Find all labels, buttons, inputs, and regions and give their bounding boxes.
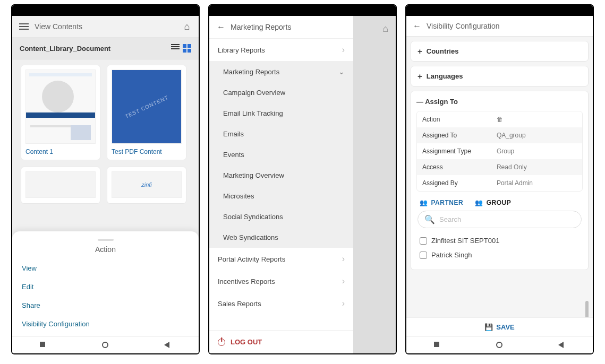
card-thumbnail: zinfi [112, 171, 182, 198]
accordion-assign-to: — Assign To Action🗑 Assigned ToQA_group … [411, 91, 589, 270]
row-label: Assigned To [417, 127, 491, 143]
nav-back[interactable] [558, 342, 566, 349]
row-label: Assignment Type [417, 143, 491, 159]
sheet-item-visibility[interactable]: Visibility Configuration [22, 315, 189, 333]
search-icon: 🔍 [424, 214, 435, 224]
android-navbar [406, 336, 593, 353]
nav-recent[interactable] [434, 342, 441, 349]
drawer-title: Marketing Reports [231, 23, 291, 31]
page-title: Visibility Configuration [421, 22, 586, 30]
content-body: Content_Library_Document Content 1 TEST … [12, 38, 199, 336]
header: Visibility Configuration [406, 16, 593, 37]
view-mode-toggle [171, 44, 191, 53]
cards-grid: Content 1 TEST CONTENT Test PDF Content … [12, 59, 199, 209]
sheet-item-edit[interactable]: Edit [22, 278, 189, 296]
menu-item-marketing-overview[interactable]: Marketing Overview [209, 165, 353, 186]
nav-recent[interactable] [40, 342, 47, 349]
list-item[interactable]: Zinfitest SIT SEPT001 [420, 233, 580, 248]
sheet-grabber[interactable] [98, 239, 114, 241]
drawer-body: Marketing Reports Library Reports Market… [209, 16, 396, 353]
phone-marketing-reports: Marketing Reports Library Reports Market… [208, 4, 397, 354]
checkbox[interactable] [420, 237, 427, 245]
section-title: Content_Library_Document [20, 45, 110, 53]
row-label: Assigned By [417, 175, 491, 191]
content-card[interactable] [21, 167, 100, 204]
assign-to-header[interactable]: — Assign To [416, 96, 583, 111]
menu-item-incentives-reports[interactable]: Incentives Reports [209, 270, 353, 292]
table-row: Action🗑 [417, 111, 582, 127]
content-card[interactable]: zinfi [107, 167, 186, 204]
phone-view-contents: View Contents Content_Library_Document C… [11, 4, 200, 354]
group-icon: 👥 [475, 199, 483, 206]
tab-group[interactable]: 👥GROUP [475, 199, 511, 206]
content-card[interactable]: Content 1 [21, 65, 100, 160]
home-icon[interactable] [182, 21, 192, 32]
list-view-icon[interactable] [171, 44, 180, 53]
card-thumbnail [25, 70, 96, 144]
checkbox[interactable] [420, 252, 427, 259]
status-bar [406, 5, 593, 16]
menu-item-events[interactable]: Events [209, 144, 353, 165]
minus-icon: — [416, 98, 423, 106]
partner-name: Patrick Singh [431, 251, 472, 259]
menu-button[interactable] [19, 21, 29, 32]
home-icon[interactable] [382, 23, 388, 34]
content-card[interactable]: TEST CONTENT Test PDF Content [107, 65, 186, 160]
menu-item-web-syndications[interactable]: Web Syndications [209, 227, 353, 248]
table-row: AccessRead Only [417, 159, 582, 175]
power-icon [218, 339, 225, 346]
table-row: Assignment TypeGroup [417, 143, 582, 159]
assign-table: Action🗑 Assigned ToQA_group Assignment T… [416, 111, 583, 192]
partner-list: Zinfitest SIT SEPT001 Patrick Singh [416, 233, 583, 262]
sheet-item-view[interactable]: View [22, 259, 189, 278]
partner-icon: 👥 [420, 199, 428, 206]
partner-name: Zinfitest SIT SEPT001 [431, 237, 499, 245]
tab-partner[interactable]: 👥PARTNER [420, 199, 463, 206]
scrollbar[interactable] [585, 301, 589, 317]
row-value: QA_group [491, 127, 582, 143]
card-caption: Content 1 [25, 148, 96, 155]
partner-group-tabs: 👥PARTNER 👥GROUP [416, 199, 583, 206]
card-thumbnail [25, 171, 96, 198]
header: View Contents [12, 16, 199, 38]
menu-item-portal-activity-reports[interactable]: Portal Activity Reports [209, 248, 353, 270]
row-value: Portal Admin [491, 175, 582, 191]
sheet-item-share[interactable]: Share [22, 296, 189, 315]
nav-drawer: Marketing Reports Library Reports Market… [209, 16, 353, 353]
sheet-title: Action [22, 245, 189, 254]
menu-item-library-reports[interactable]: Library Reports [209, 39, 353, 61]
menu-item-campaign-overview[interactable]: Campaign Overview [209, 82, 353, 103]
plus-icon: + [417, 72, 422, 81]
save-icon: 💾 [484, 323, 493, 331]
menu-item-microsites[interactable]: Microsites [209, 186, 353, 206]
back-icon[interactable] [413, 21, 421, 31]
nav-home[interactable] [496, 342, 504, 349]
status-bar [12, 5, 199, 16]
delete-icon[interactable]: 🗑 [491, 111, 582, 127]
menu-item-social-syndications[interactable]: Social Syndications [209, 206, 353, 227]
phone-visibility-config: Visibility Configuration +Countries +Lan… [405, 4, 594, 354]
save-button[interactable]: 💾 SAVE [406, 317, 593, 336]
back-icon[interactable] [217, 22, 225, 32]
search-input[interactable]: 🔍 Search [417, 211, 582, 228]
nav-back[interactable] [164, 342, 172, 349]
grid-view-icon[interactable] [183, 44, 191, 53]
card-caption: Test PDF Content [112, 148, 182, 155]
accordion-countries[interactable]: +Countries [411, 41, 589, 62]
menu-item-email-link-tracking[interactable]: Email Link Tracking [209, 103, 353, 124]
drawer-header: Marketing Reports [209, 16, 353, 39]
logout-button[interactable]: LOG OUT [209, 330, 353, 353]
row-label: Action [417, 111, 491, 127]
section-header: Content_Library_Document [12, 38, 199, 59]
plus-icon: + [417, 47, 422, 56]
menu-item-sales-reports[interactable]: Sales Reports [209, 292, 353, 315]
nav-home[interactable] [102, 342, 109, 349]
table-row: Assigned ToQA_group [417, 127, 582, 143]
list-item[interactable]: Patrick Singh [420, 248, 580, 262]
menu-item-marketing-reports[interactable]: Marketing Reports [209, 61, 353, 82]
menu-item-emails[interactable]: Emails [209, 124, 353, 144]
row-value: Read Only [491, 159, 582, 175]
accordion-languages[interactable]: +Languages [411, 66, 589, 86]
row-value: Group [491, 143, 582, 159]
table-row: Assigned ByPortal Admin [417, 175, 582, 191]
